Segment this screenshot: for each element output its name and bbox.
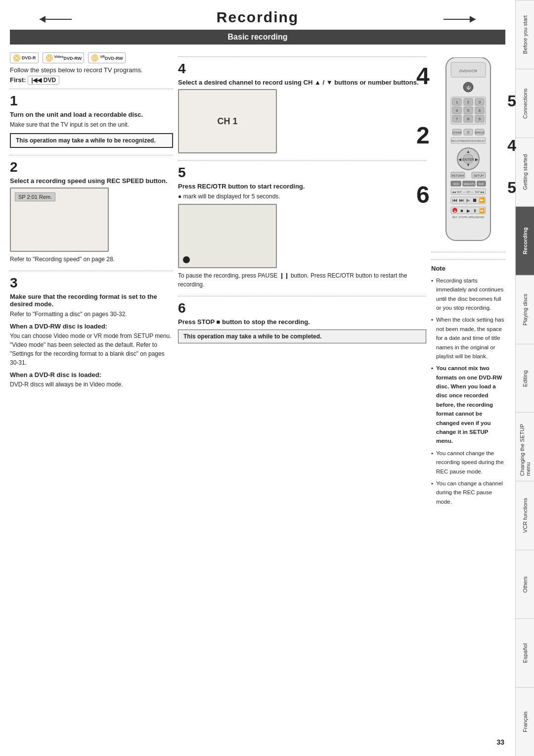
sidebar-tab-editing[interactable]: Editing	[516, 344, 534, 413]
step3-sub2-heading: When a DVD-R disc is loaded:	[10, 371, 173, 378]
note-section: Note Recording starts immediately and co…	[431, 252, 505, 509]
svg-text:SETUP: SETUP	[474, 174, 484, 177]
step5-text-after: To pause the recording, press PAUSE ❙❙ b…	[178, 271, 426, 289]
sidebar-tab-recording[interactable]: Recording	[516, 206, 534, 275]
step1-text: Make sure that the TV input is set on th…	[10, 120, 173, 129]
step4-divider	[178, 56, 426, 57]
first-icon: |◀◀ DVD	[28, 76, 59, 85]
step3-divider	[10, 271, 173, 271]
step4-screen-text: CH 1	[217, 116, 237, 127]
step2-number: 2	[10, 159, 173, 175]
svg-text:PAUSE: PAUSE	[471, 216, 479, 219]
step4-number: 4	[178, 61, 426, 77]
step1-heading: Turn on the unit and load a recordable d…	[10, 111, 173, 118]
svg-text:ZOOM: ZOOM	[452, 131, 461, 134]
svg-text:FWD: FWD	[479, 216, 485, 219]
svg-text:⏹: ⏹	[472, 197, 477, 203]
svg-text:■: ■	[460, 208, 463, 213]
side-number-5b: 5	[507, 179, 516, 197]
svg-text:⏭: ⏭	[459, 197, 464, 203]
svg-text:▶: ▶	[466, 197, 470, 203]
step2-heading: Select a recording speed using REC SPEED…	[10, 177, 173, 185]
step2-screen-text: SP 2:01 Rem.	[15, 192, 55, 201]
svg-text:ENTER: ENTER	[462, 158, 474, 161]
note-item-4: You cannot change the recording speed du…	[431, 449, 505, 476]
svg-text:4: 4	[456, 108, 458, 113]
step3-sub1-text: You can choose Video mode or VR mode fro…	[10, 331, 173, 367]
disc-badge-dvdr: 📀 DVD-R	[10, 52, 39, 63]
note-title: Note	[431, 264, 505, 274]
sidebar-tab-espanol[interactable]: Español	[516, 618, 534, 687]
sidebar-tab-francais[interactable]: Français	[516, 687, 534, 756]
step3-number: 3	[10, 275, 173, 291]
step3-sub2-text: DVD-R discs will always be in Video mode…	[10, 380, 173, 389]
main-content: Recording Basic recording 📀 DVD-R 📀 Vide…	[0, 0, 515, 529]
sidebar-tab-vcr[interactable]: VCR functions	[516, 481, 534, 550]
step5-divider	[178, 160, 426, 161]
svg-text:VIDEO/TV: VIDEO/TV	[463, 183, 475, 186]
sidebar-tab-before-you-start[interactable]: Before you start	[516, 0, 534, 69]
side-number-5a: 5	[507, 92, 516, 110]
svg-text:⏮: ⏮	[452, 197, 457, 203]
svg-text:0: 0	[467, 130, 470, 135]
dvdr-icon: 📀	[12, 54, 21, 62]
svg-text:RETURN: RETURN	[452, 174, 464, 177]
dvdrw-video-icon: 📀	[45, 54, 53, 62]
step5-block: 5 Press REC/OTR button to start recordin…	[178, 165, 426, 289]
svg-text:⏻: ⏻	[466, 86, 471, 90]
step1-number: 1	[10, 93, 173, 109]
svg-text:◀: ◀	[458, 157, 462, 162]
step3-sub1-heading: When a DVD-RW disc is loaded:	[10, 323, 173, 330]
note-divider	[431, 259, 505, 260]
step5-bullet-circle	[183, 256, 190, 263]
step6-heading: Press STOP ■ button to stop the recordin…	[178, 318, 426, 326]
disc-badge-dvdrw-video: 📀 VideoDVD-RW	[43, 52, 85, 63]
page-title: Recording	[207, 9, 309, 26]
step5-number: 5	[178, 165, 426, 181]
step5-screen	[178, 204, 277, 268]
step2-divider	[10, 155, 173, 155]
sidebar-tab-getting-started[interactable]: Getting started	[516, 138, 534, 206]
svg-text:●: ●	[454, 209, 456, 213]
note-item-5: You can change a channel during the REC …	[431, 479, 505, 506]
svg-marker-1	[40, 16, 45, 23]
svg-text:6: 6	[479, 108, 481, 113]
panel-mid: 4 Select a desired channel to record usi…	[173, 52, 431, 350]
step6-block: 6 Press STOP ■ button to stop the record…	[178, 300, 426, 343]
sidebar-tab-playing-discs[interactable]: Playing discs	[516, 275, 534, 344]
sidebar-tab-others[interactable]: Others	[516, 550, 534, 618]
dvdrw-video-label: VideoDVD-RW	[54, 55, 82, 61]
big-number-4: 4	[416, 62, 430, 90]
svg-text:7: 7	[456, 117, 458, 121]
remote-svg: DVD/VCR ⏻ 1 2 3	[436, 57, 500, 245]
disc-badge-dvdrw-vr: 📀 VRDVD-RW	[88, 52, 126, 63]
svg-marker-3	[470, 16, 476, 23]
step6-number: 6	[178, 300, 426, 316]
step6-divider	[178, 296, 426, 296]
dvdrw-vr-icon: 📀	[90, 54, 99, 62]
dvdrw-vr-label: VRDVD-RW	[100, 55, 123, 61]
sidebar-tab-setup-menu[interactable]: Changing the SETUP menu	[516, 412, 534, 481]
step1-divider	[10, 89, 173, 89]
step2-text-after: Refer to "Recording speed" on page 28.	[10, 255, 173, 264]
disc-badges: 📀 DVD-R 📀 VideoDVD-RW 📀 VRDVD-RW	[10, 52, 173, 63]
section-header: Basic recording	[10, 30, 505, 45]
intro-text: Follow the steps below to record TV prog…	[10, 66, 173, 74]
step1-block: 1 Turn on the unit and load a recordable…	[10, 93, 173, 148]
step3-text: Refer to "Formatting a disc" on pages 30…	[10, 310, 173, 319]
sidebar-tab-connections[interactable]: Connections	[516, 69, 534, 138]
panel-left: 📀 DVD-R 📀 VideoDVD-RW 📀 VRDVD-RW Follow …	[10, 52, 173, 396]
step5-heading: Press REC/OTR button to start recording.	[178, 183, 426, 190]
note-item-1: Recording starts immediately and continu…	[431, 276, 505, 313]
svg-text:▼: ▼	[466, 163, 470, 167]
svg-text:1: 1	[456, 100, 458, 104]
big-number-2: 2	[416, 122, 430, 149]
svg-text:◀◀ SKP: ◀◀ SKP	[452, 190, 462, 193]
svg-text:3: 3	[479, 100, 481, 104]
svg-text:⏩: ⏩	[479, 208, 485, 214]
step6-notice: This operation may take a while to be co…	[178, 330, 426, 343]
step2-block: 2 Select a recording speed using REC SPE…	[10, 159, 173, 264]
svg-text:▶: ▶	[475, 157, 479, 162]
svg-text:VCR: VCR	[453, 183, 459, 186]
svg-text:DVD/VCR: DVD/VCR	[459, 69, 477, 73]
